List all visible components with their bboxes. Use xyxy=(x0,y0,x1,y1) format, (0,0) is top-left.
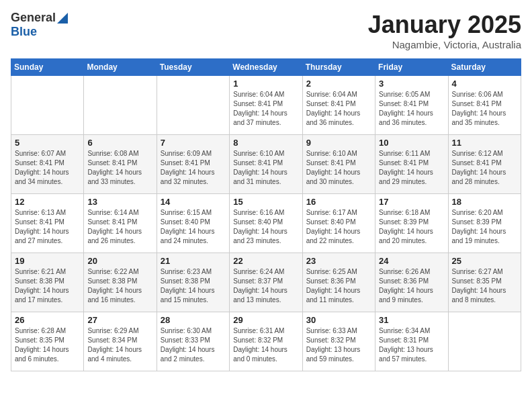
cell-info: Sunrise: 6:34 AMSunset: 8:31 PMDaylight:… xyxy=(379,326,444,364)
cell-date-number: 19 xyxy=(15,256,80,266)
cell-date-number: 20 xyxy=(87,256,152,266)
calendar-cell: 1Sunrise: 6:04 AMSunset: 8:41 PMDaylight… xyxy=(230,76,302,135)
calendar-week-row: 5Sunrise: 6:07 AMSunset: 8:41 PMDaylight… xyxy=(11,135,521,194)
cell-date-number: 21 xyxy=(161,256,226,266)
cell-info: Sunrise: 6:18 AMSunset: 8:39 PMDaylight:… xyxy=(379,208,444,246)
calendar-cell: 3Sunrise: 6:05 AMSunset: 8:41 PMDaylight… xyxy=(375,76,448,135)
calendar-cell: 23Sunrise: 6:25 AMSunset: 8:36 PMDayligh… xyxy=(302,253,375,312)
calendar-cell: 14Sunrise: 6:15 AMSunset: 8:40 PMDayligh… xyxy=(157,194,229,253)
calendar-cell: 15Sunrise: 6:16 AMSunset: 8:40 PMDayligh… xyxy=(230,194,302,253)
calendar-cell: 11Sunrise: 6:12 AMSunset: 8:41 PMDayligh… xyxy=(448,135,521,194)
calendar-cell xyxy=(448,312,521,371)
cell-date-number: 2 xyxy=(306,79,371,89)
calendar-cell: 18Sunrise: 6:20 AMSunset: 8:39 PMDayligh… xyxy=(448,194,521,253)
cell-info: Sunrise: 6:22 AMSunset: 8:38 PMDaylight:… xyxy=(87,267,152,305)
location-subtitle: Nagambie, Victoria, Australia xyxy=(368,39,521,50)
cell-date-number: 8 xyxy=(233,138,298,148)
calendar-week-row: 26Sunrise: 6:28 AMSunset: 8:35 PMDayligh… xyxy=(11,312,521,371)
calendar-cell: 26Sunrise: 6:28 AMSunset: 8:35 PMDayligh… xyxy=(11,312,84,371)
cell-info: Sunrise: 6:33 AMSunset: 8:32 PMDaylight:… xyxy=(306,326,371,364)
cell-info: Sunrise: 6:11 AMSunset: 8:41 PMDaylight:… xyxy=(379,149,444,187)
calendar-cell: 29Sunrise: 6:31 AMSunset: 8:32 PMDayligh… xyxy=(230,312,302,371)
cell-date-number: 12 xyxy=(15,197,80,207)
cell-date-number: 7 xyxy=(161,138,226,148)
calendar-table: SundayMondayTuesdayWednesdayThursdayFrid… xyxy=(11,58,521,371)
cell-info: Sunrise: 6:25 AMSunset: 8:36 PMDaylight:… xyxy=(306,267,371,305)
cell-date-number: 23 xyxy=(306,256,371,266)
calendar-cell xyxy=(84,76,157,135)
calendar-cell: 7Sunrise: 6:09 AMSunset: 8:41 PMDaylight… xyxy=(157,135,229,194)
title-block: January 2025 Nagambie, Victoria, Austral… xyxy=(368,11,521,50)
calendar-cell: 22Sunrise: 6:24 AMSunset: 8:37 PMDayligh… xyxy=(230,253,302,312)
calendar-cell: 30Sunrise: 6:33 AMSunset: 8:32 PMDayligh… xyxy=(302,312,375,371)
cell-info: Sunrise: 6:21 AMSunset: 8:38 PMDaylight:… xyxy=(15,267,80,305)
logo-blue: Blue xyxy=(11,25,37,38)
cell-date-number: 6 xyxy=(87,138,152,148)
cell-date-number: 9 xyxy=(306,138,371,148)
calendar-cell: 28Sunrise: 6:30 AMSunset: 8:33 PMDayligh… xyxy=(157,312,229,371)
cell-info: Sunrise: 6:23 AMSunset: 8:38 PMDaylight:… xyxy=(161,267,226,305)
logo: General Blue xyxy=(11,11,68,39)
cell-info: Sunrise: 6:05 AMSunset: 8:41 PMDaylight:… xyxy=(379,90,444,128)
cell-info: Sunrise: 6:24 AMSunset: 8:37 PMDaylight:… xyxy=(233,267,298,305)
day-header-sunday: Sunday xyxy=(11,59,84,76)
cell-info: Sunrise: 6:16 AMSunset: 8:40 PMDaylight:… xyxy=(233,208,298,246)
day-header-thursday: Thursday xyxy=(302,59,375,76)
calendar-cell: 4Sunrise: 6:06 AMSunset: 8:41 PMDaylight… xyxy=(448,76,521,135)
cell-date-number: 13 xyxy=(87,197,152,207)
cell-date-number: 15 xyxy=(233,197,298,207)
cell-info: Sunrise: 6:29 AMSunset: 8:34 PMDaylight:… xyxy=(87,326,152,364)
cell-info: Sunrise: 6:07 AMSunset: 8:41 PMDaylight:… xyxy=(15,149,80,187)
cell-date-number: 25 xyxy=(452,256,517,266)
cell-date-number: 18 xyxy=(452,197,517,207)
cell-date-number: 30 xyxy=(306,315,371,325)
calendar-cell: 27Sunrise: 6:29 AMSunset: 8:34 PMDayligh… xyxy=(84,312,157,371)
calendar-cell: 8Sunrise: 6:10 AMSunset: 8:41 PMDaylight… xyxy=(230,135,302,194)
calendar-cell: 12Sunrise: 6:13 AMSunset: 8:41 PMDayligh… xyxy=(11,194,84,253)
calendar-cell xyxy=(11,76,84,135)
cell-info: Sunrise: 6:06 AMSunset: 8:41 PMDaylight:… xyxy=(452,90,517,128)
day-header-saturday: Saturday xyxy=(448,59,521,76)
cell-info: Sunrise: 6:13 AMSunset: 8:41 PMDaylight:… xyxy=(15,208,80,246)
calendar-cell: 6Sunrise: 6:08 AMSunset: 8:41 PMDaylight… xyxy=(84,135,157,194)
cell-info: Sunrise: 6:12 AMSunset: 8:41 PMDaylight:… xyxy=(452,149,517,187)
cell-info: Sunrise: 6:30 AMSunset: 8:33 PMDaylight:… xyxy=(161,326,226,364)
cell-date-number: 22 xyxy=(233,256,298,266)
cell-info: Sunrise: 6:14 AMSunset: 8:41 PMDaylight:… xyxy=(87,208,152,246)
cell-info: Sunrise: 6:26 AMSunset: 8:36 PMDaylight:… xyxy=(379,267,444,305)
day-header-monday: Monday xyxy=(84,59,157,76)
cell-date-number: 4 xyxy=(452,79,517,89)
day-header-wednesday: Wednesday xyxy=(230,59,302,76)
cell-date-number: 3 xyxy=(379,79,444,89)
calendar-cell: 16Sunrise: 6:17 AMSunset: 8:40 PMDayligh… xyxy=(302,194,375,253)
calendar-cell: 24Sunrise: 6:26 AMSunset: 8:36 PMDayligh… xyxy=(375,253,448,312)
cell-date-number: 11 xyxy=(452,138,517,148)
cell-info: Sunrise: 6:17 AMSunset: 8:40 PMDaylight:… xyxy=(306,208,371,246)
cell-date-number: 28 xyxy=(161,315,226,325)
page-header: General Blue January 2025 Nagambie, Vict… xyxy=(11,11,521,50)
cell-info: Sunrise: 6:28 AMSunset: 8:35 PMDaylight:… xyxy=(15,326,80,364)
calendar-week-row: 12Sunrise: 6:13 AMSunset: 8:41 PMDayligh… xyxy=(11,194,521,253)
cell-info: Sunrise: 6:04 AMSunset: 8:41 PMDaylight:… xyxy=(233,90,298,128)
month-title: January 2025 xyxy=(368,11,521,39)
cell-info: Sunrise: 6:15 AMSunset: 8:40 PMDaylight:… xyxy=(161,208,226,246)
cell-info: Sunrise: 6:10 AMSunset: 8:41 PMDaylight:… xyxy=(306,149,371,187)
calendar-week-row: 19Sunrise: 6:21 AMSunset: 8:38 PMDayligh… xyxy=(11,253,521,312)
cell-date-number: 29 xyxy=(233,315,298,325)
calendar-cell: 20Sunrise: 6:22 AMSunset: 8:38 PMDayligh… xyxy=(84,253,157,312)
cell-date-number: 31 xyxy=(379,315,444,325)
cell-date-number: 26 xyxy=(15,315,80,325)
calendar-cell: 9Sunrise: 6:10 AMSunset: 8:41 PMDaylight… xyxy=(302,135,375,194)
cell-date-number: 24 xyxy=(379,256,444,266)
cell-info: Sunrise: 6:27 AMSunset: 8:35 PMDaylight:… xyxy=(452,267,517,305)
calendar-cell: 10Sunrise: 6:11 AMSunset: 8:41 PMDayligh… xyxy=(375,135,448,194)
svg-marker-0 xyxy=(57,13,68,24)
calendar-cell: 2Sunrise: 6:04 AMSunset: 8:41 PMDaylight… xyxy=(302,76,375,135)
calendar-cell: 17Sunrise: 6:18 AMSunset: 8:39 PMDayligh… xyxy=(375,194,448,253)
cell-info: Sunrise: 6:31 AMSunset: 8:32 PMDaylight:… xyxy=(233,326,298,364)
cell-date-number: 5 xyxy=(15,138,80,148)
calendar-cell xyxy=(157,76,229,135)
cell-info: Sunrise: 6:04 AMSunset: 8:41 PMDaylight:… xyxy=(306,90,371,128)
calendar-cell: 31Sunrise: 6:34 AMSunset: 8:31 PMDayligh… xyxy=(375,312,448,371)
logo-triangle-icon xyxy=(57,13,68,24)
